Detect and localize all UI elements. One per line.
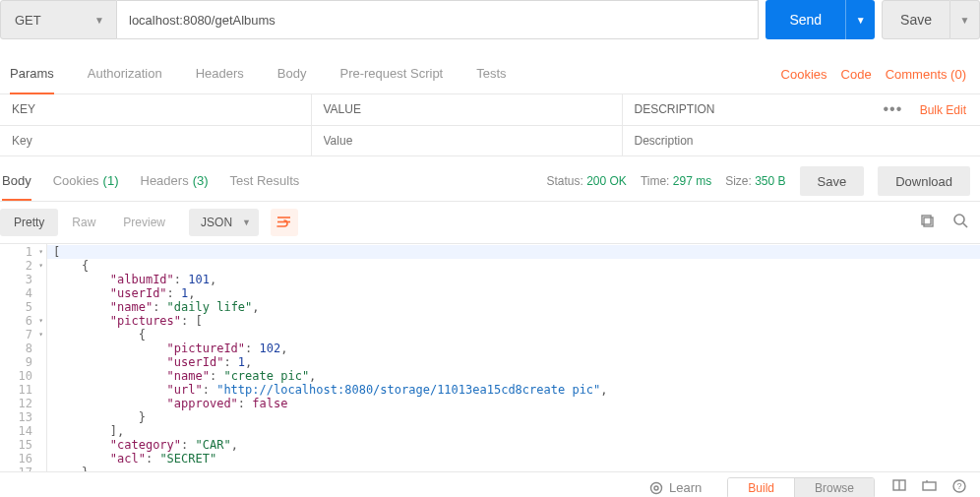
resp-tab-headers[interactable]: Headers (3): [141, 161, 209, 201]
param-key-input[interactable]: [12, 134, 311, 148]
tab-tests[interactable]: Tests: [476, 55, 506, 94]
bootcamp-icon: [649, 481, 663, 495]
fmt-pretty[interactable]: Pretty: [0, 209, 58, 236]
mode-browse[interactable]: Browse: [794, 478, 874, 498]
code-body[interactable]: [ { "albumId": 101, "userId": 1, "name":…: [47, 244, 980, 479]
copy-icon[interactable]: [920, 214, 935, 231]
svg-point-6: [651, 482, 662, 493]
wrap-icon: [276, 216, 291, 228]
resp-tab-cookies[interactable]: Cookies (1): [53, 161, 119, 201]
col-desc-header: DESCRIPTION: [622, 94, 870, 125]
learn-link[interactable]: Learn: [669, 480, 702, 495]
tab-headers[interactable]: Headers: [196, 55, 244, 94]
param-desc-input[interactable]: [635, 134, 981, 148]
tab-body[interactable]: Body: [277, 55, 307, 94]
url-input[interactable]: [117, 0, 759, 39]
save-dropdown[interactable]: ▼: [950, 0, 980, 39]
send-dropdown[interactable]: ▼: [845, 0, 875, 39]
svg-line-5: [963, 223, 967, 227]
download-button[interactable]: Download: [878, 166, 970, 196]
resp-tab-body[interactable]: Body: [2, 161, 31, 201]
tab-prerequest[interactable]: Pre-request Script: [339, 55, 443, 94]
save-response-button[interactable]: Save: [800, 166, 865, 196]
help-icon[interactable]: ?: [952, 479, 966, 496]
wrap-lines-button[interactable]: [271, 209, 298, 236]
time-label: Time:: [641, 174, 670, 188]
comments-link[interactable]: Comments (0): [886, 67, 966, 82]
search-icon[interactable]: [952, 213, 968, 231]
fmt-raw[interactable]: Raw: [58, 209, 109, 236]
status-label: Status:: [546, 174, 582, 188]
code-gutter: 1234567891011121314151617: [0, 244, 47, 479]
http-method-value: GET: [15, 13, 41, 28]
svg-point-7: [654, 486, 658, 490]
status-value: 200 OK: [586, 174, 627, 188]
svg-text:?: ?: [956, 481, 961, 491]
fmt-preview[interactable]: Preview: [109, 209, 179, 236]
col-key-header: KEY: [0, 94, 311, 125]
keyboard-icon[interactable]: [922, 479, 937, 496]
size-value: 350 B: [755, 174, 785, 188]
more-icon[interactable]: •••: [883, 100, 902, 117]
params-table: KEY VALUE DESCRIPTION ••• Bulk Edit: [0, 94, 980, 156]
param-value-input[interactable]: [324, 134, 622, 148]
cookies-link[interactable]: Cookies: [781, 67, 827, 82]
tab-params[interactable]: Params: [10, 55, 54, 94]
size-label: Size:: [725, 174, 752, 188]
chevron-down-icon: ▼: [242, 217, 251, 227]
mode-build[interactable]: Build: [728, 478, 794, 498]
format-select[interactable]: JSON ▼: [189, 209, 259, 236]
http-method-select[interactable]: GET ▼: [0, 0, 117, 39]
resp-tab-testresults[interactable]: Test Results: [230, 161, 300, 201]
tab-authorization[interactable]: Authorization: [88, 55, 162, 94]
code-link[interactable]: Code: [841, 67, 872, 82]
send-button[interactable]: Send: [766, 0, 845, 39]
table-row: [0, 125, 980, 155]
svg-point-4: [954, 215, 964, 224]
col-value-header: VALUE: [311, 94, 622, 125]
bulk-edit-link[interactable]: Bulk Edit: [920, 103, 966, 117]
mode-toggle: Build Browse: [727, 477, 875, 498]
request-tabs: Params Authorization Headers Body Pre-re…: [2, 55, 507, 94]
time-value: 297 ms: [673, 174, 711, 188]
save-request-button[interactable]: Save: [882, 0, 950, 39]
chevron-down-icon: ▼: [94, 15, 104, 26]
two-pane-icon[interactable]: [892, 479, 906, 496]
svg-rect-10: [923, 482, 936, 490]
